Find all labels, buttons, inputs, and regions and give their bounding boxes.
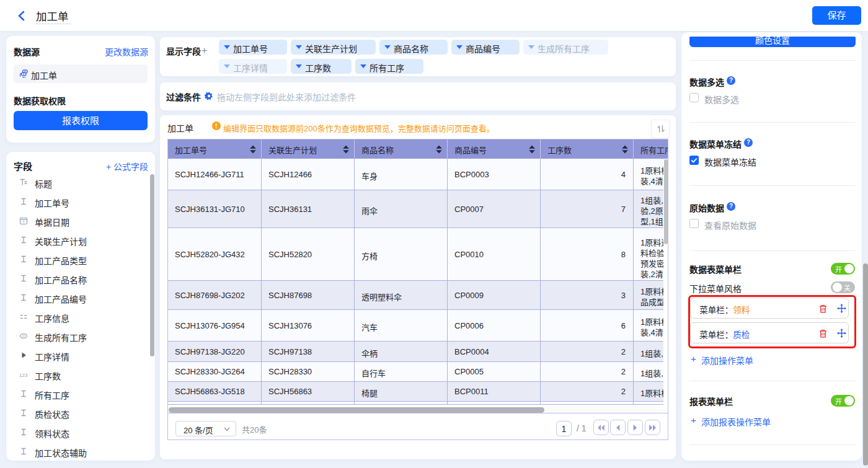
svg-text:7: 7 — [22, 220, 25, 224]
svg-text:123: 123 — [19, 373, 28, 378]
